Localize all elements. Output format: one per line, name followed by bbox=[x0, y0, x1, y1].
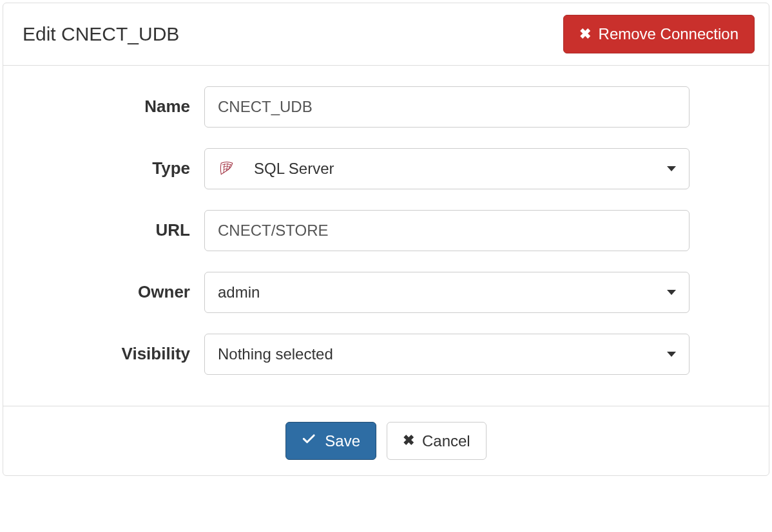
form-row-visibility: Visibility Nothing selected bbox=[17, 334, 755, 375]
close-icon: ✖ bbox=[403, 433, 414, 448]
chevron-down-icon bbox=[667, 290, 676, 295]
save-label: Save bbox=[325, 430, 360, 452]
visibility-label: Visibility bbox=[17, 344, 204, 364]
url-label: URL bbox=[17, 220, 204, 240]
cancel-label: Cancel bbox=[422, 430, 470, 452]
edit-connection-panel: Edit CNECT_UDB ✖ Remove Connection Name … bbox=[3, 3, 769, 476]
owner-select[interactable]: admin bbox=[204, 272, 690, 313]
cancel-button[interactable]: ✖ Cancel bbox=[387, 422, 487, 461]
form-row-type: Type SQL Server bbox=[17, 148, 755, 189]
remove-connection-label: Remove Connection bbox=[599, 23, 738, 45]
owner-label: Owner bbox=[17, 282, 204, 302]
form-row-owner: Owner admin bbox=[17, 272, 755, 313]
owner-value: admin bbox=[218, 283, 260, 301]
check-icon bbox=[302, 433, 317, 448]
save-button[interactable]: Save bbox=[285, 422, 376, 461]
type-select[interactable]: SQL Server bbox=[204, 148, 690, 189]
remove-connection-button[interactable]: ✖ Remove Connection bbox=[563, 15, 755, 53]
panel-footer: Save ✖ Cancel bbox=[3, 406, 769, 476]
form-row-url: URL bbox=[17, 210, 755, 251]
type-label: Type bbox=[17, 158, 204, 178]
panel-header: Edit CNECT_UDB ✖ Remove Connection bbox=[3, 3, 769, 66]
panel-body: Name Type bbox=[3, 66, 769, 406]
close-icon: ✖ bbox=[579, 27, 591, 41]
url-input[interactable] bbox=[204, 210, 690, 251]
name-label: Name bbox=[17, 97, 204, 117]
chevron-down-icon bbox=[667, 166, 676, 171]
form-row-name: Name bbox=[17, 86, 755, 128]
visibility-select[interactable]: Nothing selected bbox=[204, 334, 690, 375]
visibility-value: Nothing selected bbox=[218, 345, 333, 363]
chevron-down-icon bbox=[667, 352, 676, 357]
name-input[interactable] bbox=[204, 86, 690, 128]
type-value: SQL Server bbox=[254, 160, 334, 178]
sqlserver-icon bbox=[218, 160, 236, 178]
page-title: Edit CNECT_UDB bbox=[23, 23, 179, 45]
